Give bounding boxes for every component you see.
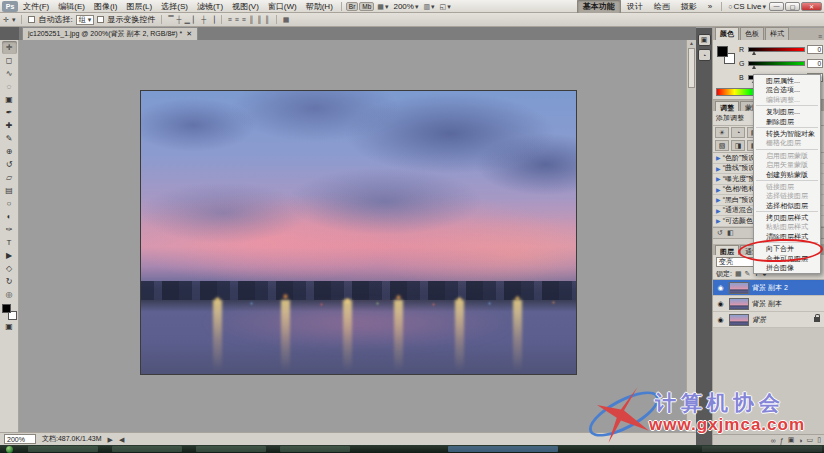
- tab-styles[interactable]: 样式: [765, 27, 789, 40]
- context-menu-item-delete-layer[interactable]: 删除图层: [754, 117, 820, 126]
- cs-live-button[interactable]: ○ CS Live ▾: [726, 2, 768, 11]
- blur-tool[interactable]: ○: [2, 197, 17, 210]
- visibility-eye-icon[interactable]: ◉: [715, 316, 726, 324]
- context-menu-item-convert-to-smart-object[interactable]: 转换为智能对象: [754, 129, 820, 138]
- distribute-right-icon[interactable]: ║: [265, 16, 270, 23]
- align-top-icon[interactable]: ▔: [168, 16, 173, 23]
- menu-help[interactable]: 帮助(H): [302, 0, 337, 13]
- show-transform-checkbox[interactable]: [97, 16, 104, 23]
- eraser-tool[interactable]: ▱: [2, 171, 17, 184]
- layer-mask-icon[interactable]: ▣: [788, 436, 795, 444]
- black-white-icon[interactable]: ▧: [715, 140, 729, 151]
- minimize-button[interactable]: —: [769, 2, 784, 11]
- new-group-icon[interactable]: ▭: [807, 436, 814, 444]
- collapsed-panel-icon-2[interactable]: ◔: [698, 49, 711, 61]
- taskbar-item[interactable]: [196, 446, 266, 452]
- panel-color-swatches[interactable]: [717, 46, 735, 64]
- windows-taskbar[interactable]: [0, 445, 824, 453]
- context-menu-item-select-similar-layers[interactable]: 选择相似图层: [754, 201, 820, 210]
- foreground-color-swatch[interactable]: [2, 304, 11, 313]
- expand-icon[interactable]: ▶: [716, 217, 721, 224]
- adjustment-layer-icon[interactable]: ◑: [798, 437, 802, 444]
- slider-handle[interactable]: [752, 65, 756, 69]
- lock-transparency-icon[interactable]: ▦: [735, 270, 742, 278]
- tab-adjustments[interactable]: 调整: [715, 101, 739, 111]
- gradient-tool[interactable]: ▤: [2, 184, 17, 197]
- distribute-bottom-icon[interactable]: ≡: [242, 16, 246, 23]
- taskbar-item[interactable]: [280, 446, 350, 452]
- document-tab[interactable]: jc1205251_1.jpg @ 200%(背景 副本 2, RGB/8#) …: [22, 27, 198, 40]
- layer-thumbnail[interactable]: [729, 314, 749, 326]
- photo-filter-icon[interactable]: ◨: [731, 140, 745, 151]
- dodge-tool[interactable]: ◐: [2, 210, 17, 223]
- taskbar-item[interactable]: [112, 446, 182, 452]
- status-arrow-icon[interactable]: ▶: [108, 436, 113, 443]
- zoom-tool[interactable]: ◎: [2, 288, 17, 301]
- menu-edit[interactable]: 编辑(E): [54, 0, 89, 13]
- crop-tool[interactable]: ▣: [2, 93, 17, 106]
- green-value-field[interactable]: 0: [807, 59, 823, 68]
- tab-color[interactable]: 颜色: [715, 27, 739, 40]
- collapsed-panel-icon-1[interactable]: ▣: [698, 34, 711, 46]
- align-left-icon[interactable]: ▏: [193, 16, 198, 23]
- marquee-tool[interactable]: ◻: [2, 54, 17, 67]
- context-menu-item-duplicate-layer[interactable]: 复制图层...: [754, 107, 820, 116]
- system-tray[interactable]: [702, 446, 822, 452]
- rotate-view-tool[interactable]: ↻: [2, 275, 17, 288]
- expand-icon[interactable]: ▶: [716, 196, 721, 203]
- layer-style-icon[interactable]: ƒ: [780, 437, 784, 444]
- link-layers-icon[interactable]: ∞: [771, 437, 776, 444]
- align-bottom-icon[interactable]: ▁: [185, 16, 190, 23]
- color-swatches[interactable]: [2, 304, 17, 320]
- layer-row-background[interactable]: ◉ 背景: [713, 312, 824, 328]
- visibility-eye-icon[interactable]: ◉: [715, 300, 726, 308]
- path-selection-tool[interactable]: ▶: [2, 249, 17, 262]
- auto-select-dropdown[interactable]: 组 ▾: [76, 15, 95, 25]
- distribute-hcenter-icon[interactable]: ║: [257, 16, 262, 23]
- workspace-design-button[interactable]: 设计: [622, 0, 648, 13]
- menu-filter[interactable]: 滤镜(T): [193, 0, 227, 13]
- auto-select-checkbox[interactable]: [28, 16, 35, 23]
- brush-tool[interactable]: ✎: [2, 132, 17, 145]
- menu-file[interactable]: 文件(F): [19, 0, 53, 13]
- expand-icon[interactable]: ▶: [716, 175, 721, 182]
- tab-close-icon[interactable]: ✕: [186, 30, 192, 38]
- red-slider[interactable]: [748, 47, 805, 52]
- shape-tool[interactable]: ◇: [2, 262, 17, 275]
- tab-layers[interactable]: 图层: [715, 245, 739, 255]
- arrange-documents-button[interactable]: ▥ ▾: [421, 3, 436, 10]
- menu-select[interactable]: 选择(S): [157, 0, 192, 13]
- expand-icon[interactable]: ▶: [716, 207, 721, 214]
- lasso-tool[interactable]: ∿: [2, 67, 17, 80]
- lock-paint-icon[interactable]: ✎: [745, 270, 751, 278]
- foreground-color-swatch[interactable]: [717, 46, 728, 57]
- slider-handle[interactable]: [752, 51, 756, 55]
- context-menu-item-layer-properties[interactable]: 图层属性...: [754, 76, 820, 85]
- close-button[interactable]: ✕: [801, 2, 822, 11]
- status-zoom-field[interactable]: 200%: [4, 434, 36, 444]
- menu-window[interactable]: 窗口(W): [264, 0, 301, 13]
- menu-layer[interactable]: 图层(L): [122, 0, 156, 13]
- expand-icon[interactable]: ▶: [716, 165, 721, 172]
- layer-name[interactable]: 背景: [752, 315, 766, 325]
- status-back-icon[interactable]: ◀: [119, 436, 124, 443]
- workspace-essentials-button[interactable]: 基本功能: [577, 0, 621, 14]
- scroll-up-icon[interactable]: ▲: [689, 40, 694, 46]
- view-extras-button[interactable]: ▦ ▾: [375, 3, 390, 10]
- move-tool[interactable]: ✛: [2, 41, 17, 54]
- visibility-eye-icon[interactable]: ◉: [715, 284, 726, 292]
- history-brush-tool[interactable]: ↺: [2, 158, 17, 171]
- auto-align-icon[interactable]: ▦: [283, 16, 290, 23]
- layer-thumbnail[interactable]: [729, 282, 749, 294]
- context-menu-item-blending-options[interactable]: 混合选项...: [754, 85, 820, 94]
- clone-stamp-tool[interactable]: ⊕: [2, 145, 17, 158]
- type-tool[interactable]: T: [2, 236, 17, 249]
- levels-icon[interactable]: ◔: [731, 127, 745, 138]
- new-layer-icon[interactable]: ▯: [817, 436, 821, 444]
- distribute-left-icon[interactable]: ║: [249, 16, 254, 23]
- layer-name[interactable]: 背景 副本: [752, 299, 782, 309]
- context-menu-item-create-clipping-mask[interactable]: 创建剪贴蒙版: [754, 170, 820, 179]
- workspace-photography-button[interactable]: 摄影: [676, 0, 702, 13]
- distribute-vcenter-icon[interactable]: ≡: [235, 16, 239, 23]
- tab-swatches[interactable]: 色板: [740, 27, 764, 40]
